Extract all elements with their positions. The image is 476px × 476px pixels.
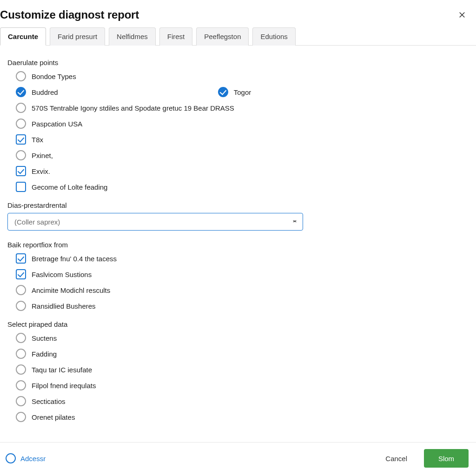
tab-farid[interactable]: Farid presurt: [50, 27, 105, 46]
tab-peeflegston[interactable]: Peeflegston: [196, 27, 249, 46]
option-570s-tentrable[interactable]: 570S Tentrable Igony stdiles and Spodate…: [16, 102, 469, 114]
ring-icon[interactable]: [6, 453, 16, 463]
option-label: Ransidlied Busheres: [32, 302, 96, 310]
option-label: 570S Tentrable Igony stdiles and Spodate…: [32, 104, 234, 112]
section-diasprestard-heading: Dias-prestardrental: [7, 201, 469, 209]
option-bretrage[interactable]: Bretrage fnu' 0.4 the tacess: [16, 252, 469, 264]
dialog-header: Customize diagnost report: [0, 0, 476, 27]
option-ransidlied[interactable]: Ransidlied Busheres: [16, 300, 469, 312]
section-daerulate-heading: Daerulate points: [7, 59, 469, 66]
option-label: Faslvicom Sustions: [32, 271, 92, 278]
cancel-button[interactable]: Cancel: [375, 449, 417, 468]
select-diasprestard[interactable]: (Coller saprex): [7, 213, 303, 231]
option-togor-label[interactable]: Togor: [234, 88, 251, 96]
close-button[interactable]: [456, 8, 469, 21]
option-label: Exvix.: [32, 167, 50, 175]
select-diasprestard-wrap: (Coller saprex): [7, 213, 469, 231]
option-label: Fadding: [32, 350, 57, 358]
option-label: Bondoe Types: [32, 73, 76, 80]
option-fadding[interactable]: Fadding: [16, 348, 469, 360]
section-select-piraped-list: Suctens Fadding Taqu tar IС iesufate Fil…: [7, 332, 469, 423]
option-bondoe-types[interactable]: Bondoe Types: [16, 70, 469, 82]
option-label: Paspcation USA: [32, 120, 82, 128]
option-label: Orenet pilates: [32, 413, 75, 421]
checkbox-icon: [16, 253, 26, 264]
tab-edutions[interactable]: Edutions: [252, 27, 295, 46]
radio-icon: [16, 150, 26, 160]
primary-button[interactable]: Slom: [424, 449, 469, 468]
option-taqu-tar[interactable]: Taqu tar IС iesufate: [16, 364, 469, 376]
radio-icon: [16, 380, 26, 390]
dialog-body: Daerulate points Bondoe Types Buddred To…: [0, 46, 476, 442]
option-label: Filpol fnend irequlats: [32, 382, 96, 390]
section-baik-heading: Baik reportfiox from: [7, 241, 469, 249]
option-faslvicom[interactable]: Faslvicom Sustions: [16, 268, 469, 280]
option-label: Pxinet,: [32, 152, 53, 159]
option-label: Gecome of Lolte feading: [32, 183, 107, 191]
radio-icon[interactable]: [16, 87, 26, 97]
option-buddred-label[interactable]: Buddred: [32, 88, 58, 96]
radio-icon: [16, 349, 26, 359]
checkbox-icon: [16, 269, 26, 279]
checkbox-icon: [16, 134, 26, 145]
option-label: Taqu tar IС iesufate: [32, 366, 92, 374]
dialog-title: Customize diagnost report: [0, 8, 139, 21]
radio-icon: [16, 285, 26, 295]
option-label: T8x: [32, 136, 43, 144]
section-baik-list: Bretrage fnu' 0.4 the tacess Faslvicom S…: [7, 252, 469, 312]
option-suctens[interactable]: Suctens: [16, 332, 469, 344]
radio-icon: [16, 396, 26, 406]
radio-icon: [16, 412, 26, 422]
option-label: Bretrage fnu' 0.4 the tacess: [32, 255, 117, 263]
tab-carcunte[interactable]: Carcunte: [0, 27, 46, 46]
option-exvix[interactable]: Exvix.: [16, 165, 469, 177]
option-secticatios[interactable]: Secticatios: [16, 395, 469, 407]
option-label: Ancimite Modichl rescults: [32, 286, 110, 294]
radio-icon: [16, 119, 26, 129]
radio-icon: [16, 301, 26, 311]
footer-adcessr-link[interactable]: Adcessr: [20, 455, 46, 463]
option-buddred-togor-row: Buddred Togor: [16, 86, 469, 98]
option-label: Suctens: [32, 334, 57, 342]
option-t8x[interactable]: T8x: [16, 133, 469, 145]
footer-right: Cancel Slom: [375, 449, 469, 468]
option-paspcation-usa[interactable]: Paspcation USA: [16, 118, 469, 130]
checkbox-icon: [16, 182, 26, 192]
radio-icon[interactable]: [218, 87, 228, 97]
dialog-customize-report: Customize diagnost report Carcunte Farid…: [0, 0, 476, 476]
option-gecome-lolte[interactable]: Gecome of Lolte feading: [16, 181, 469, 193]
select-value: (Coller saprex): [14, 218, 60, 226]
radio-icon: [16, 71, 26, 81]
dialog-footer: Adcessr Cancel Slom: [0, 442, 476, 476]
option-ancimite[interactable]: Ancimite Modichl rescults: [16, 284, 469, 296]
footer-left: Adcessr: [6, 453, 46, 463]
option-label: Secticatios: [32, 397, 66, 405]
close-icon: [458, 11, 466, 19]
checkbox-icon: [16, 166, 26, 176]
radio-icon: [16, 103, 26, 113]
option-pxinet[interactable]: Pxinet,: [16, 149, 469, 161]
section-daerulate-list: Bondoe Types Buddred Togor 570S Tentrabl…: [7, 70, 469, 193]
tab-nelfidmes[interactable]: Nelfidmes: [109, 27, 156, 46]
chevron-down-icon: [291, 218, 298, 226]
section-select-piraped-heading: Select piraped data: [7, 320, 469, 328]
radio-icon: [16, 364, 26, 375]
option-orenet[interactable]: Orenet pilates: [16, 411, 469, 423]
option-filpol[interactable]: Filpol fnend irequlats: [16, 379, 469, 391]
tab-row: Carcunte Farid presurt Nelfidmes Firest …: [0, 27, 476, 46]
tab-firest[interactable]: Firest: [159, 27, 193, 46]
radio-icon: [16, 333, 26, 343]
